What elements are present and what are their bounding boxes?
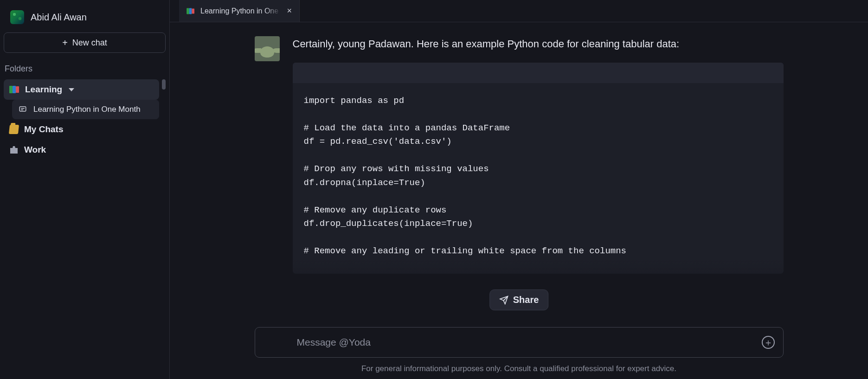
- briefcase-icon: [9, 145, 19, 154]
- tab-learning-python[interactable]: Learning Python in One Month ×: [179, 0, 300, 22]
- folder-label: Learning: [25, 84, 62, 95]
- sidebar: Abid Ali Awan + New chat Folders Learnin…: [0, 0, 170, 379]
- sidebar-item-label: Learning Python in One Month: [33, 105, 141, 114]
- chevron-down-icon: [69, 88, 74, 91]
- folder-label: My Chats: [24, 124, 63, 135]
- code-block: import pandas as pd # Load the data into…: [293, 63, 784, 274]
- user-name: Abid Ali Awan: [31, 12, 87, 23]
- tab-label: Learning Python in One Month: [200, 7, 281, 15]
- app-root: Abid Ali Awan + New chat Folders Learnin…: [0, 0, 868, 379]
- composer[interactable]: ＋: [255, 327, 784, 358]
- sidebar-item-learning-python[interactable]: Learning Python in One Month: [12, 100, 159, 119]
- books-icon: [186, 7, 195, 14]
- svg-rect-0: [19, 107, 26, 111]
- disclaimer-text: For general informational purposes only.…: [255, 364, 784, 373]
- folder-learning[interactable]: Learning: [4, 79, 159, 100]
- main-panel: Learning Python in One Month × Certainly…: [170, 0, 868, 379]
- folders-section-label: Folders: [4, 61, 166, 79]
- assistant-avatar-icon: [255, 36, 280, 61]
- folder-label: Work: [24, 145, 46, 155]
- add-attachment-button[interactable]: ＋: [762, 336, 775, 349]
- folder-icon: [9, 125, 19, 134]
- new-chat-button[interactable]: + New chat: [4, 32, 166, 53]
- sidebar-scroll-area: Learning Learning Python in One Month My…: [4, 79, 166, 373]
- folder-work[interactable]: Work: [4, 140, 159, 160]
- close-tab-button[interactable]: ×: [286, 6, 293, 16]
- composer-area: ＋ For general informational purposes onl…: [170, 327, 868, 379]
- share-button[interactable]: Share: [489, 289, 549, 310]
- message-text: Certainly, young Padawan. Here is an exa…: [293, 36, 784, 51]
- profile-row[interactable]: Abid Ali Awan: [4, 6, 166, 31]
- code-content: import pandas as pd # Load the data into…: [293, 83, 784, 274]
- share-icon: [499, 295, 508, 305]
- share-label: Share: [513, 295, 539, 305]
- tab-bar: Learning Python in One Month ×: [170, 0, 868, 22]
- folder-mychats[interactable]: My Chats: [4, 119, 159, 140]
- user-avatar-icon: [10, 10, 24, 24]
- assistant-message: Certainly, young Padawan. Here is an exa…: [255, 36, 784, 274]
- sidebar-scrollbar[interactable]: [162, 79, 166, 90]
- chat-icon: [18, 105, 28, 114]
- message-input[interactable]: [297, 337, 762, 348]
- conversation-scroll[interactable]: Certainly, young Padawan. Here is an exa…: [170, 22, 868, 379]
- new-chat-label: New chat: [72, 38, 107, 48]
- books-icon: [9, 85, 19, 94]
- plus-icon: +: [62, 38, 68, 47]
- code-block-header: [293, 63, 784, 83]
